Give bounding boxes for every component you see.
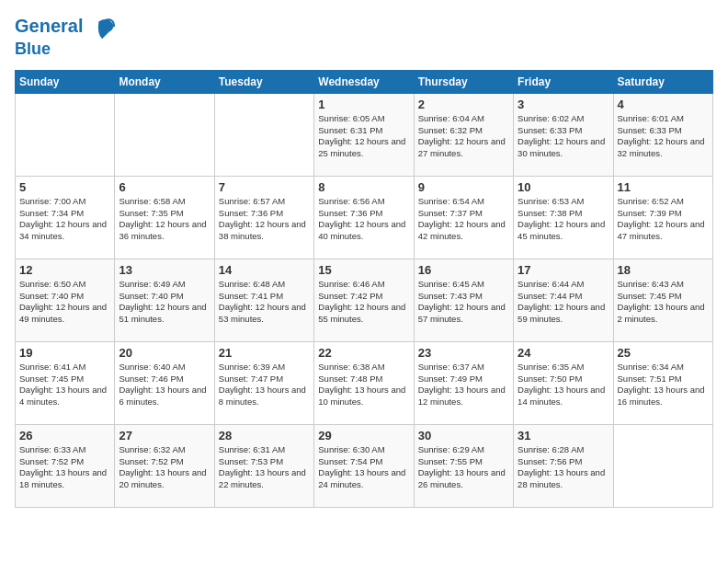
day-number: 31	[518, 429, 609, 442]
day-info: Sunrise: 6:04 AM Sunset: 6:32 PM Dayligh…	[418, 113, 509, 160]
day-number: 3	[518, 98, 609, 111]
day-number: 27	[119, 429, 210, 442]
day-info: Sunrise: 6:54 AM Sunset: 7:37 PM Dayligh…	[418, 196, 509, 243]
calendar-cell: 22Sunrise: 6:38 AM Sunset: 7:48 PM Dayli…	[314, 341, 414, 424]
day-number: 18	[618, 263, 709, 277]
calendar-cell: 1Sunrise: 6:05 AM Sunset: 6:31 PM Daylig…	[314, 93, 414, 176]
day-number: 4	[618, 98, 709, 111]
calendar-cell: 21Sunrise: 6:39 AM Sunset: 7:47 PM Dayli…	[214, 341, 313, 424]
day-info: Sunrise: 6:28 AM Sunset: 7:56 PM Dayligh…	[518, 444, 609, 491]
day-info: Sunrise: 6:57 AM Sunset: 7:36 PM Dayligh…	[219, 196, 310, 243]
day-number: 26	[19, 429, 110, 442]
day-info: Sunrise: 6:01 AM Sunset: 6:33 PM Dayligh…	[618, 113, 709, 160]
calendar-cell: 30Sunrise: 6:29 AM Sunset: 7:55 PM Dayli…	[414, 424, 513, 507]
calendar-cell: 17Sunrise: 6:44 AM Sunset: 7:44 PM Dayli…	[514, 259, 613, 341]
calendar-cell: 19Sunrise: 6:41 AM Sunset: 7:45 PM Dayli…	[16, 341, 115, 424]
day-number: 14	[219, 263, 310, 277]
day-info: Sunrise: 6:46 AM Sunset: 7:42 PM Dayligh…	[318, 279, 409, 326]
day-info: Sunrise: 6:35 AM Sunset: 7:50 PM Dayligh…	[518, 362, 609, 408]
day-info: Sunrise: 6:53 AM Sunset: 7:38 PM Dayligh…	[518, 196, 609, 243]
day-info: Sunrise: 6:32 AM Sunset: 7:52 PM Dayligh…	[119, 444, 210, 491]
calendar-cell: 25Sunrise: 6:34 AM Sunset: 7:51 PM Dayli…	[613, 341, 712, 424]
calendar-cell: 8Sunrise: 6:56 AM Sunset: 7:36 PM Daylig…	[314, 176, 414, 259]
day-info: Sunrise: 6:30 AM Sunset: 7:54 PM Dayligh…	[318, 444, 409, 491]
calendar-cell: 13Sunrise: 6:49 AM Sunset: 7:40 PM Dayli…	[115, 259, 214, 341]
day-number: 13	[119, 263, 210, 277]
calendar-cell: 18Sunrise: 6:43 AM Sunset: 7:45 PM Dayli…	[613, 259, 712, 341]
day-info: Sunrise: 6:43 AM Sunset: 7:45 PM Dayligh…	[618, 279, 709, 326]
calendar-cell	[214, 93, 313, 176]
calendar-cell	[115, 93, 214, 176]
logo-text: General	[15, 15, 116, 40]
day-number: 9	[418, 180, 509, 194]
day-info: Sunrise: 6:58 AM Sunset: 7:35 PM Dayligh…	[119, 196, 210, 243]
day-number: 29	[318, 429, 409, 442]
day-info: Sunrise: 6:41 AM Sunset: 7:45 PM Dayligh…	[19, 362, 110, 408]
day-number: 2	[418, 98, 509, 111]
calendar-cell: 26Sunrise: 6:33 AM Sunset: 7:52 PM Dayli…	[16, 424, 115, 507]
day-number: 22	[318, 346, 409, 360]
day-info: Sunrise: 6:38 AM Sunset: 7:48 PM Dayligh…	[318, 362, 409, 408]
day-info: Sunrise: 6:45 AM Sunset: 7:43 PM Dayligh…	[418, 279, 509, 326]
day-info: Sunrise: 6:52 AM Sunset: 7:39 PM Dayligh…	[618, 196, 709, 243]
day-number: 28	[219, 429, 310, 442]
day-number: 19	[19, 346, 110, 360]
calendar-cell: 7Sunrise: 6:57 AM Sunset: 7:36 PM Daylig…	[214, 176, 313, 259]
calendar-cell: 12Sunrise: 6:50 AM Sunset: 7:40 PM Dayli…	[16, 259, 115, 341]
day-info: Sunrise: 6:05 AM Sunset: 6:31 PM Dayligh…	[318, 113, 409, 160]
weekday-header: Friday	[514, 70, 613, 93]
calendar-cell: 29Sunrise: 6:30 AM Sunset: 7:54 PM Dayli…	[314, 424, 414, 507]
day-number: 11	[618, 180, 709, 194]
day-number: 23	[418, 346, 509, 360]
day-number: 15	[318, 263, 409, 277]
day-number: 10	[518, 180, 609, 194]
calendar-cell	[613, 424, 712, 507]
day-info: Sunrise: 6:39 AM Sunset: 7:47 PM Dayligh…	[219, 362, 310, 408]
day-info: Sunrise: 6:29 AM Sunset: 7:55 PM Dayligh…	[418, 444, 509, 491]
day-info: Sunrise: 6:56 AM Sunset: 7:36 PM Dayligh…	[318, 196, 409, 243]
day-info: Sunrise: 6:44 AM Sunset: 7:44 PM Dayligh…	[518, 279, 609, 326]
day-info: Sunrise: 6:33 AM Sunset: 7:52 PM Dayligh…	[19, 444, 110, 491]
day-number: 24	[518, 346, 609, 360]
day-number: 25	[618, 346, 709, 360]
day-number: 16	[418, 263, 509, 277]
weekday-header: Tuesday	[214, 70, 313, 93]
day-info: Sunrise: 6:34 AM Sunset: 7:51 PM Dayligh…	[618, 362, 709, 408]
day-info: Sunrise: 6:48 AM Sunset: 7:41 PM Dayligh…	[219, 279, 310, 326]
day-number: 21	[219, 346, 310, 360]
calendar-cell: 16Sunrise: 6:45 AM Sunset: 7:43 PM Dayli…	[414, 259, 513, 341]
calendar-cell: 4Sunrise: 6:01 AM Sunset: 6:33 PM Daylig…	[613, 93, 712, 176]
day-number: 17	[518, 263, 609, 277]
calendar-cell: 24Sunrise: 6:35 AM Sunset: 7:50 PM Dayli…	[514, 341, 613, 424]
calendar-cell: 28Sunrise: 6:31 AM Sunset: 7:53 PM Dayli…	[214, 424, 313, 507]
weekday-header: Sunday	[16, 70, 115, 93]
day-number: 30	[418, 429, 509, 442]
day-info: Sunrise: 6:37 AM Sunset: 7:49 PM Dayligh…	[418, 362, 509, 408]
day-info: Sunrise: 6:49 AM Sunset: 7:40 PM Dayligh…	[119, 279, 210, 326]
page-header: General Blue	[15, 15, 713, 59]
day-number: 20	[119, 346, 210, 360]
calendar-cell: 14Sunrise: 6:48 AM Sunset: 7:41 PM Dayli…	[214, 259, 313, 341]
day-info: Sunrise: 6:50 AM Sunset: 7:40 PM Dayligh…	[19, 279, 110, 326]
weekday-header: Saturday	[613, 70, 712, 93]
day-info: Sunrise: 7:00 AM Sunset: 7:34 PM Dayligh…	[19, 196, 110, 243]
calendar-cell: 20Sunrise: 6:40 AM Sunset: 7:46 PM Dayli…	[115, 341, 214, 424]
day-info: Sunrise: 6:40 AM Sunset: 7:46 PM Dayligh…	[119, 362, 210, 408]
weekday-header: Wednesday	[314, 70, 414, 93]
calendar-cell: 27Sunrise: 6:32 AM Sunset: 7:52 PM Dayli…	[115, 424, 214, 507]
day-info: Sunrise: 6:31 AM Sunset: 7:53 PM Dayligh…	[219, 444, 310, 491]
calendar-cell: 2Sunrise: 6:04 AM Sunset: 6:32 PM Daylig…	[414, 93, 513, 176]
calendar-cell: 3Sunrise: 6:02 AM Sunset: 6:33 PM Daylig…	[514, 93, 613, 176]
day-number: 7	[219, 180, 310, 194]
calendar-cell: 9Sunrise: 6:54 AM Sunset: 7:37 PM Daylig…	[414, 176, 513, 259]
day-number: 12	[19, 263, 110, 277]
day-number: 5	[19, 180, 110, 194]
weekday-header: Thursday	[414, 70, 513, 93]
day-number: 1	[318, 98, 409, 111]
day-number: 6	[119, 180, 210, 194]
calendar-cell	[16, 93, 115, 176]
logo-blue: Blue	[15, 40, 116, 59]
calendar-cell: 11Sunrise: 6:52 AM Sunset: 7:39 PM Dayli…	[613, 176, 712, 259]
calendar-cell: 6Sunrise: 6:58 AM Sunset: 7:35 PM Daylig…	[115, 176, 214, 259]
day-info: Sunrise: 6:02 AM Sunset: 6:33 PM Dayligh…	[518, 113, 609, 160]
